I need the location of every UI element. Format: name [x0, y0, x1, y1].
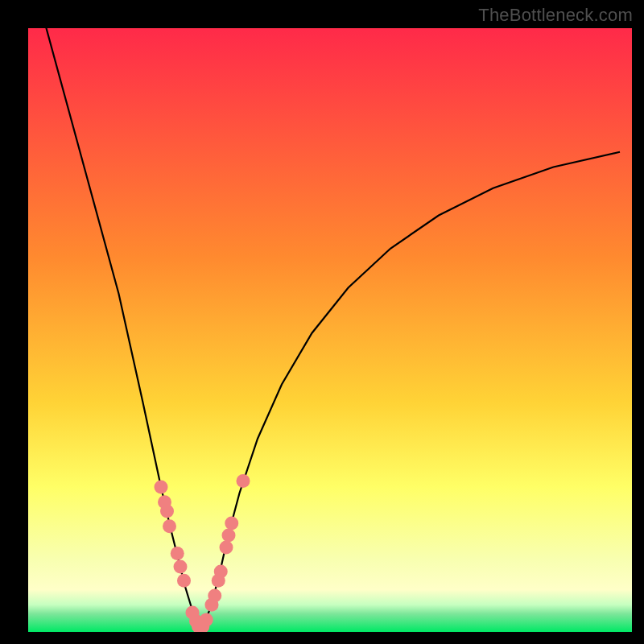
data-point [225, 517, 238, 530]
data-point [177, 574, 191, 588]
data-point [222, 529, 236, 543]
data-point [208, 589, 221, 603]
gradient-background [28, 28, 632, 632]
data-point [214, 565, 228, 579]
chart-frame: TheBottleneck.com [0, 0, 644, 644]
data-point [174, 560, 188, 574]
plot-area [28, 28, 632, 632]
watermark-text: TheBottleneck.com [478, 5, 633, 26]
data-point [237, 474, 250, 488]
data-point [220, 541, 233, 555]
data-point [155, 481, 168, 494]
data-point [200, 613, 213, 627]
chart-svg [28, 28, 632, 632]
data-point [160, 505, 174, 518]
data-point [171, 547, 184, 560]
data-point [163, 519, 176, 533]
